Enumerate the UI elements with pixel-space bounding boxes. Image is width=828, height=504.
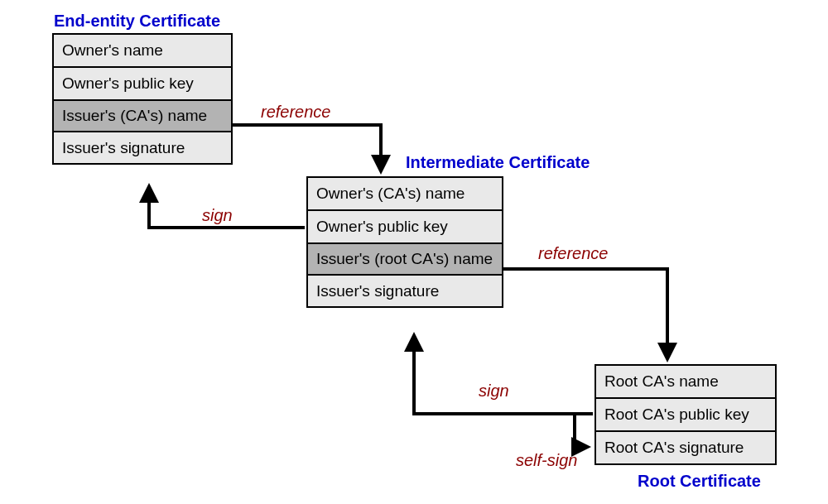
intermediate-owner-name: Owner's (CA's) name	[308, 178, 502, 211]
arrow-reference-intermediate-to-root	[503, 269, 667, 359]
label-sign-2: sign	[479, 382, 509, 401]
title-root: Root Certificate	[638, 472, 761, 491]
label-self-sign: self-sign	[516, 451, 577, 470]
end-entity-issuer-name: Issuer's (CA's) name	[54, 101, 231, 132]
intermediate-issuer-signature: Issuer's signature	[308, 276, 502, 307]
end-entity-issuer-signature: Issuer's signature	[54, 132, 231, 164]
arrow-reference-end-to-intermediate	[231, 125, 381, 171]
intermediate-certificate: Owner's (CA's) name Owner's public key I…	[306, 176, 503, 308]
root-ca-signature: Root CA's signature	[596, 432, 775, 463]
end-entity-certificate: Owner's name Owner's public key Issuer's…	[52, 33, 233, 165]
intermediate-owner-public-key: Owner's public key	[308, 211, 502, 244]
title-end-entity: End-entity Certificate	[54, 12, 220, 31]
root-ca-public-key: Root CA's public key	[596, 399, 775, 432]
root-ca-name: Root CA's name	[596, 366, 775, 399]
intermediate-issuer-name: Issuer's (root CA's) name	[308, 244, 502, 276]
label-reference-2: reference	[538, 244, 609, 263]
end-entity-owner-name: Owner's name	[54, 35, 231, 68]
certificate-chain-diagram: End-entity Certificate Intermediate Cert…	[0, 0, 828, 504]
label-sign-1: sign	[202, 206, 233, 225]
root-certificate: Root CA's name Root CA's public key Root…	[595, 364, 777, 465]
arrow-sign-root-to-intermediate	[414, 335, 593, 414]
title-intermediate: Intermediate Certificate	[406, 153, 590, 172]
label-reference-1: reference	[261, 103, 331, 122]
end-entity-owner-public-key: Owner's public key	[54, 68, 231, 101]
arrow-self-sign-root	[575, 414, 593, 447]
